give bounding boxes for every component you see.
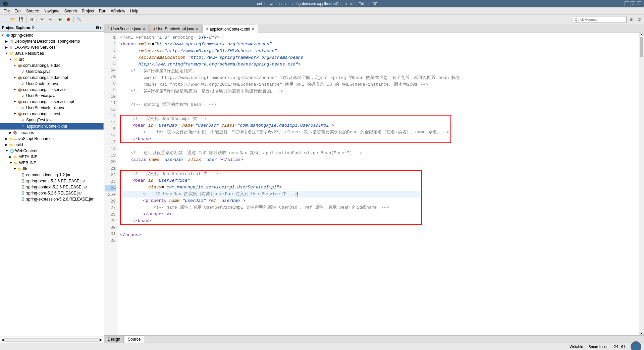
code-line-1: <?xml version="1.0" encoding="UTF-8"?> (120, 34, 636, 41)
code-line-4: xsi:schemaLocation="http://www.springfra… (120, 54, 636, 61)
expand-icon: ▼ (13, 167, 16, 171)
tree-item-springtest[interactable]: J SpringTest.java (0, 117, 104, 123)
tree-item-lib[interactable]: ▼ 📁 lib (0, 166, 104, 172)
tab-userservice-close[interactable]: ✕ (143, 27, 145, 31)
right-scrollbar[interactable]: ▲ ▼ (639, 33, 644, 335)
pe-collapse-icon[interactable]: ⊟ (96, 26, 99, 30)
tree-item-userdaoimpl[interactable]: J UserDaoImpl.java (0, 81, 104, 87)
menu-project[interactable]: Project (79, 8, 96, 14)
menu-window[interactable]: Window (109, 8, 127, 14)
tree-item-userservice[interactable]: J UserService.java (0, 93, 104, 99)
tree-item-pkg-serviceimpl[interactable]: ▼ 📦 com.manongajie.serviceimpl (0, 99, 104, 105)
tree-item-pkg-dao[interactable]: ▼ 📦 com.manongajie.dao (0, 62, 104, 69)
menu-search[interactable]: Search (62, 8, 79, 14)
tree-item-spring-demo[interactable]: ▼ 🔷 spring-demo (0, 32, 104, 38)
code-line-20 (120, 163, 636, 170)
close-button[interactable]: ✕ (637, 1, 641, 6)
red-box-userdao: <!-- 实例化 UserDaoImpl 类 --> <bean id="use… (120, 115, 451, 143)
tab-userservice[interactable]: J UserService.java ✕ (104, 25, 149, 33)
line-numbers: 12345 6⊙7⊙8910 1112131415 1617181920 212… (104, 33, 117, 335)
redo-button[interactable]: ↪ (46, 16, 54, 23)
expand-icon: ▼ (13, 112, 16, 116)
expand-icon: ▼ (1, 34, 4, 37)
tree-item-commons-jar[interactable]: 🫙 commons-logging-1.2.jar (0, 172, 104, 178)
webcontent-icon: 🌐 (9, 148, 14, 154)
tree-item-spring-context-jar[interactable]: 🫙 spring-context-5.2.6.RELEASE.jar (0, 184, 104, 190)
toolbar-sep-2 (37, 16, 37, 23)
tree-item-build[interactable]: ▶ 📁 build (0, 142, 104, 148)
pe-scrollbar-track[interactable] (4, 338, 100, 342)
save-button[interactable]: 💾 (17, 16, 25, 23)
pkg-service-icon: 📦 (17, 87, 22, 92)
tab-source[interactable]: Source (124, 336, 144, 343)
scroll-down-btn[interactable]: ▼ (639, 332, 644, 335)
userdao-icon: J (20, 69, 25, 74)
code-editor[interactable]: 12345 6⊙7⊙8910 1112131415 1617181920 212… (104, 33, 644, 335)
run-button[interactable]: ▶ (57, 16, 64, 23)
tree-item-appcontext[interactable]: X applicationContext.xml (0, 123, 104, 130)
minimize-button[interactable]: ─ (625, 1, 629, 6)
menu-navigate[interactable]: Navigate (42, 8, 61, 14)
tree-item-pkg-test[interactable]: ▼ 📦 com.manongajie.test (0, 111, 104, 117)
tree-item-spring-expression-jar[interactable]: 🫙 spring-expression-5.2.6.RELEASE.jar (0, 196, 104, 202)
menu-edit[interactable]: Edit (12, 8, 23, 14)
appcontext-icon: X (20, 124, 26, 129)
expand-icon: ▼ (9, 58, 12, 61)
quick-access-input[interactable] (573, 16, 627, 23)
pe-scroll-right[interactable]: ▶ (100, 338, 102, 342)
menu-source[interactable]: Source (24, 8, 41, 14)
pe-menu-icon[interactable]: ▾ (100, 26, 102, 30)
tree-item-js-resources[interactable]: ▶ 📁 JavaScript Resources (0, 136, 104, 142)
tab-appcontext-close[interactable]: ✕ (252, 27, 254, 31)
undo-button[interactable]: ↩ (38, 16, 46, 23)
tab-appcontext[interactable]: X applicationContext.xml ✕ (202, 25, 258, 33)
maximize-button[interactable]: □ (631, 1, 635, 6)
search-btn[interactable]: 🔍 (75, 16, 83, 23)
print-button[interactable]: 🖨 (28, 16, 35, 23)
tree-item-spring-beans-jar[interactable]: 🫙 spring-beans-5.2.6.RELEASE.jar (0, 178, 104, 184)
pe-horizontal-scroll[interactable]: ◀ ▶ (0, 337, 104, 343)
expand-icon: ▼ (13, 100, 16, 103)
code-line-5: http://www.springframework.org/schema/be… (120, 61, 636, 68)
java-resources-icon: 📁 (9, 51, 14, 56)
tree-item-webcontent[interactable]: ▼ 🌐 WebContent (0, 148, 104, 154)
tab-userserviceimpl-close[interactable]: ✕ (196, 27, 198, 31)
tree-item-jaxws[interactable]: ▶ ⚙ JAX-WS Web Services (0, 44, 104, 50)
tree-item-spring-core-jar[interactable]: 🫙 spring-core-5.2.6.RELEASE.jar (0, 190, 104, 196)
expand-icon: ▶ (5, 143, 8, 146)
tree-item-pkg-daoimpl[interactable]: ▼ 📦 com.manongajie.daoimpl (0, 75, 104, 81)
tab-userserviceimpl[interactable]: J UserServiceImpl.java ✕ (149, 25, 202, 33)
pe-title: Project Explorer ✕ (2, 26, 35, 30)
debug-button[interactable]: 🐞 (65, 16, 72, 23)
tree-item-libraries[interactable]: ▶ 📚 Libraries (0, 130, 104, 136)
menu-help[interactable]: Help (128, 8, 141, 14)
tree-item-userserviceimpl[interactable]: J UserServiceImpl.java (0, 105, 104, 111)
tab-design[interactable]: Design (104, 336, 124, 343)
user-avatar[interactable]: 👤 (631, 341, 641, 350)
tree-item-pkg-service[interactable]: ▼ 📦 com.manongajie.service (0, 87, 104, 93)
code-line-8: xmlns:xsi="http://www.w3.org/2001/XMLSch… (120, 81, 636, 88)
code-line-16: </bean> (122, 136, 449, 142)
build-icon: 📁 (8, 142, 14, 147)
open-button[interactable]: 📂 (9, 16, 17, 23)
tree-item-java-resources[interactable]: ▼ 📁 Java Resources (0, 50, 104, 56)
scroll-up-btn[interactable]: ▲ (639, 33, 644, 36)
expand-icon: ▼ (13, 88, 16, 91)
perspective-button[interactable]: ⊡ (635, 16, 643, 23)
pe-scroll-left[interactable]: ◀ (1, 338, 4, 342)
code-content[interactable]: <?xml version="1.0" encoding="UTF-8"?> <… (117, 33, 639, 335)
code-line-3: xmlns:xsi="http://www.w3.org/2001/XMLSch… (120, 48, 636, 54)
view-menu-button[interactable]: ⊞ (627, 16, 635, 23)
toolbar: 📄 📂 💾 🖨 ↩ ↪ ▶ 🐞 🔍 ⊞ ⊡ (0, 15, 644, 24)
scroll-thumb[interactable] (640, 37, 643, 57)
tree-item-meta-inf[interactable]: ▶ 📁 META-INF (0, 154, 104, 160)
new-button[interactable]: 📄 (1, 16, 9, 23)
menu-run[interactable]: Run (97, 8, 108, 14)
pe-tree: ▼ 🔷 spring-demo ▶ 📋 Deployment Descripto… (0, 32, 104, 337)
menu-file[interactable]: File (1, 8, 12, 14)
tree-item-userdao[interactable]: J UserDao.java (0, 69, 104, 75)
tree-item-deploy-desc[interactable]: ▶ 📋 Deployment Descriptor: spring-demo (0, 38, 104, 44)
tree-item-src[interactable]: ▼ 📁 src (0, 56, 104, 62)
tree-item-web-inf[interactable]: ▼ 📁 WEB-INF (0, 160, 104, 166)
toolbar-sep-4 (73, 16, 74, 23)
